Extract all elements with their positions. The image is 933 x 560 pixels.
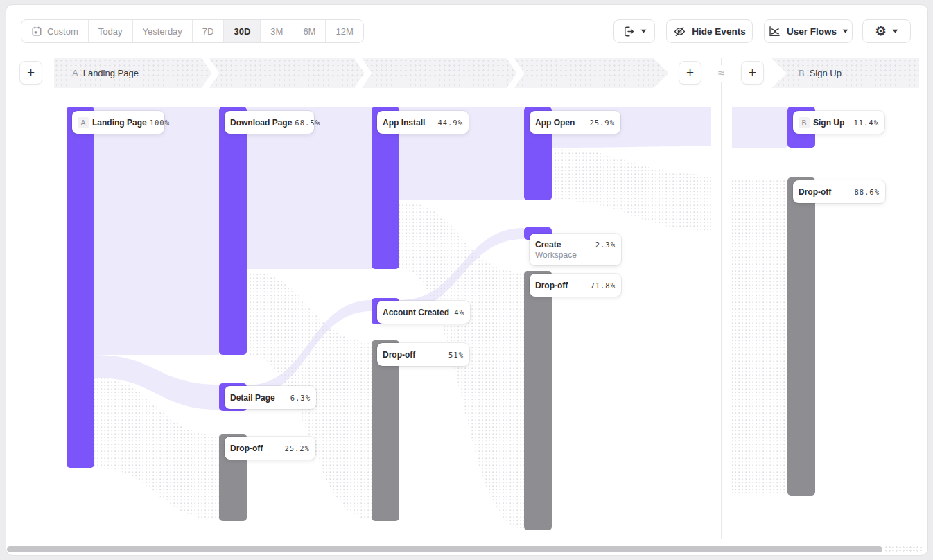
flow-a-first-step-label: A Landing Page [72,58,139,88]
node-card-download-page[interactable]: Download Page 68.5% [225,111,314,134]
node-card-app-open[interactable]: App Open 25.9% [530,111,620,134]
node-card-detail-page[interactable]: Detail Page 6.3% [225,386,316,409]
approx-symbol: ≈ [712,65,731,82]
date-range-yesterday[interactable]: Yesterday [132,20,192,42]
flow-ribbon-edge-to-sign-up [732,107,787,148]
settings-button[interactable]: ⚙ [862,19,911,43]
node-badge-a: A [78,117,89,128]
step-chevron-separator [507,58,525,88]
export-button[interactable] [613,19,655,43]
date-range-today[interactable]: Today [88,20,132,42]
bar-landing-page[interactable] [67,107,94,468]
node-card-app-install[interactable]: App Install 44.9% [377,111,469,134]
date-range-control: Custom Today Yesterday 7D 30D 3M 6M 12M [21,19,364,43]
chevron-down-icon [640,29,647,33]
add-step-start-button[interactable]: + [19,61,42,85]
step-chevron-separator [202,58,220,88]
node-card-dropoff-step2[interactable]: Drop-off 25.2% [225,437,315,460]
date-range-3m[interactable]: 3M [260,20,293,42]
bar-download-page[interactable] [219,107,247,355]
date-range-label: Custom [47,26,78,37]
date-range-12m[interactable]: 12M [325,20,363,42]
date-range-7d[interactable]: 7D [192,20,224,42]
bar-dropoff-step4[interactable] [524,271,552,530]
node-card-sign-up[interactable]: B Sign Up 11.4% [793,111,884,134]
node-card-create-workspace[interactable]: Create 2.3% Workspace [530,234,621,265]
gear-icon: ⚙ [875,25,886,37]
chevron-down-icon [842,29,848,33]
hide-events-label: Hide Events [692,26,745,37]
export-icon [622,25,635,38]
flow-b-first-step-label: B Sign Up [799,58,842,88]
node-card-account-created[interactable]: Account Created 4% [377,301,470,324]
date-range-6m[interactable]: 6M [293,20,325,42]
flow-ribbon-landing-to-download [94,107,219,355]
bar-dropoff-step3[interactable] [372,340,399,521]
add-step-flow-a-button[interactable]: + [679,61,701,85]
flow-ribbon-edge-to-dropoff-b [732,179,787,494]
date-range-30d[interactable]: 30D [223,20,260,42]
user-flows-button[interactable]: User Flows [764,19,853,43]
node-badge-b: B [799,117,810,128]
flow-b-badge: B [799,68,805,78]
node-card-landing-page[interactable]: A Landing Page 100% [72,111,164,134]
flow-a-badge: A [72,68,78,78]
chevron-down-icon [892,29,898,33]
flow-ribbon-app-open-to-edge-dropoff [552,149,711,230]
node-card-dropoff-step4[interactable]: Drop-off 71.8% [530,274,621,297]
add-step-flow-b-button[interactable]: + [741,61,764,85]
date-range-custom[interactable]: Custom [21,20,88,42]
node-card-dropoff-step3[interactable]: Drop-off 51% [377,343,469,366]
step-chevron-separator [355,58,373,88]
bar-dropoff-flow-b[interactable] [787,177,815,496]
hide-events-button[interactable]: Hide Events [666,19,753,43]
user-flows-icon [768,25,781,38]
horizontal-scrollbar-track[interactable] [884,545,923,553]
user-flow-sankey [0,0,933,560]
user-flows-label: User Flows [787,26,837,37]
eye-off-icon [673,25,686,38]
calendar-icon [31,26,42,37]
node-card-dropoff-flow-b[interactable]: Drop-off 88.6% [793,180,885,203]
horizontal-scrollbar-thumb[interactable] [7,546,882,552]
